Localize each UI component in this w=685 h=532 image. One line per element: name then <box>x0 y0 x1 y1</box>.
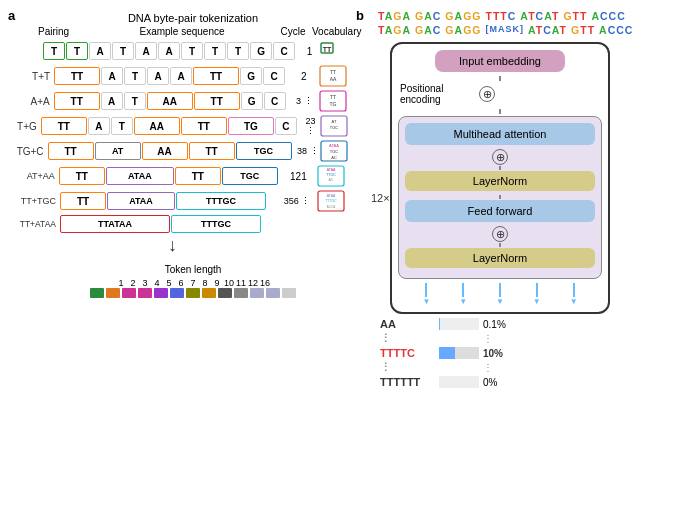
cycle-4: 38 ⋮ <box>292 146 320 156</box>
out-row-tttttt: TTTTTT 0% <box>380 376 677 388</box>
add-circle-3: ⊕ <box>492 226 508 242</box>
cell: TT <box>48 142 94 160</box>
cell: T <box>124 67 146 85</box>
seq-row-1: T+T TT A T A A TT G C 2 TT AA <box>12 65 348 87</box>
cell: T <box>111 117 133 135</box>
cell: C <box>275 117 297 135</box>
legend-box-3 <box>122 288 136 298</box>
cell: A <box>89 42 111 60</box>
column-headers: Pairing Example sequence Cycle Vocabular… <box>38 26 348 37</box>
legend-box-10 <box>234 288 248 298</box>
cycle-5: 121 <box>278 171 315 182</box>
connector-1 <box>398 76 602 81</box>
cell: AA <box>147 92 193 110</box>
bar-tttttt <box>439 376 479 388</box>
out-row-aa: AA 0.1% <box>380 318 677 330</box>
cell: T <box>181 42 203 60</box>
arrow-1 <box>425 283 427 297</box>
nx-label: 12× <box>371 192 390 204</box>
arrow-heads: ▼ ▼ ▼ ▼ ▼ <box>398 297 602 306</box>
seq-row-5: AT+AA TT ATAA TT TGC 121 ATAA TTGC AC <box>12 165 348 187</box>
panel-a: a DNA byte-pair tokenization Pairing Exa… <box>8 8 348 524</box>
seq-cells-6: TT ATAA TTTGC <box>60 192 276 210</box>
vocab-0: TT <box>320 40 348 62</box>
add-circle-2-row: ⊕ <box>405 149 595 165</box>
seq-cells-7: TTATAA TTTGC <box>60 215 276 233</box>
dna-word: GAGG <box>445 10 481 22</box>
output-arrows <box>398 283 602 297</box>
dna-masked: TAGA GAC GAGG [MASK]ATCAT GTT ACCC <box>378 24 677 36</box>
cell: TTTGC <box>171 215 261 233</box>
layernorm1-label: LayerNorm <box>473 175 527 187</box>
dna-word: GTT <box>563 10 587 22</box>
dna-word: GAC <box>415 24 441 36</box>
legend-box-6 <box>170 288 184 298</box>
cell: ATAA <box>107 192 175 210</box>
cell: ATAA <box>106 167 174 185</box>
add-circle-3-row: ⊕ <box>405 226 595 242</box>
layernorm-2: LayerNorm <box>405 248 595 268</box>
svg-text:TT: TT <box>330 94 336 100</box>
dna-word: TAGA <box>378 10 411 22</box>
svg-text:TT: TT <box>330 69 336 75</box>
cell: C <box>263 67 285 85</box>
cell: AA <box>134 117 180 135</box>
svg-text:AC: AC <box>331 155 337 160</box>
out-row-dots1: ⋮ ⋮ <box>380 332 677 345</box>
cell: A <box>101 92 123 110</box>
layernorm2-label: LayerNorm <box>473 252 527 264</box>
dots2: ⋮ <box>380 361 435 374</box>
bar-aa <box>439 318 479 330</box>
seq-cells-4: TT AT AA TT TGC <box>48 142 292 160</box>
dna-word: ATCAT <box>528 24 567 36</box>
seq-cells-3: TT A T AA TT TG C <box>41 117 297 135</box>
pct-aa: 0.1% <box>483 319 513 330</box>
dna-word: GAC <box>415 10 441 22</box>
cycle-2: 3 ⋮ <box>286 96 319 106</box>
vocab-5: ATAA TTGC AC <box>315 165 348 187</box>
arrow-4 <box>536 283 538 297</box>
svg-text:AT: AT <box>332 119 337 124</box>
transformer-layers: 12× Multihead attention ⊕ LayerNorm <box>398 116 602 279</box>
cycle-0: 1 <box>295 46 320 57</box>
svg-text:TGC: TGC <box>330 125 339 130</box>
cell: TT <box>181 117 227 135</box>
feedforward-label: Feed forward <box>468 205 533 217</box>
feed-forward: Feed forward <box>405 200 595 222</box>
svg-text:AA: AA <box>330 76 337 82</box>
multihead-attention: Multihead attention <box>405 123 595 145</box>
cell: T <box>227 42 249 60</box>
legend-numbers: 1 2 3 4 5 6 7 8 9 10 11 12 16 <box>38 278 348 288</box>
svg-text:AC: AC <box>329 178 334 182</box>
cell: T <box>112 42 134 60</box>
pct-dots2: ⋮ <box>483 362 513 373</box>
cell: A <box>88 117 110 135</box>
row-label-3: T+G <box>12 121 41 132</box>
legend-box-7 <box>186 288 200 298</box>
input-embedding-label: Input embedding <box>445 55 555 67</box>
dots1: ⋮ <box>380 332 435 345</box>
dna-word: ACCC <box>599 24 633 36</box>
cell: AT <box>95 142 141 160</box>
svg-text:TTTGC: TTTGC <box>325 199 337 203</box>
col-cycle-header: Cycle <box>274 26 312 37</box>
vocab-4: ATAA TGC AC <box>320 140 348 162</box>
add-circle: ⊕ <box>479 86 495 102</box>
pct-dots1: ⋮ <box>483 333 513 344</box>
legend-boxes <box>38 288 348 298</box>
seq-row-0: T T A T A A T T T G C 1 TT <box>12 40 348 62</box>
seq-cells-0: T T A T A A T T T G C <box>43 42 295 60</box>
cell: T <box>43 42 65 60</box>
arrow-2 <box>462 283 464 297</box>
dna-sequences: TAGA GAC GAGG TTTC ATCAT GTT ACCC TAGA G… <box>378 10 677 36</box>
seq-row-2: A+A TT A T AA TT G C 3 ⋮ TT TG <box>12 90 348 112</box>
col-seq-header: Example sequence <box>90 26 274 37</box>
cell: TT <box>194 92 240 110</box>
col-vocab-header: Vocabulary <box>312 26 348 37</box>
vocab-2: TT TG <box>319 90 348 112</box>
cell: C <box>264 92 286 110</box>
legend-box-9 <box>218 288 232 298</box>
legend-box-1 <box>90 288 104 298</box>
seq-row-7: TT+ATAA TTATAA TTTGC <box>12 215 348 233</box>
transformer-box: Input embedding Positionalencoding ⊕ <box>390 42 610 314</box>
